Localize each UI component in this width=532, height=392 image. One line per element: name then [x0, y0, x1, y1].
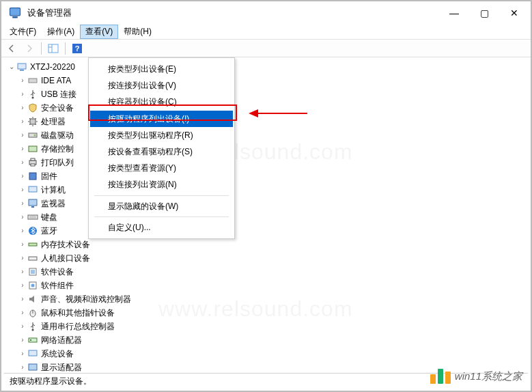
tree-item[interactable]: ›存储控制 [7, 142, 531, 156]
tree-item[interactable]: ›IDE ATA [7, 74, 531, 87]
close-button[interactable]: ✕ [499, 3, 529, 23]
tree-item[interactable]: ›USB 连接 [7, 87, 531, 101]
expand-icon[interactable]: › [18, 292, 27, 306]
tree-item[interactable]: ›鼠标和其他指针设备 [7, 306, 531, 320]
tree-item[interactable]: ›通用串行总线控制器 [7, 320, 531, 333]
svg-rect-18 [29, 173, 36, 180]
status-bar: 按驱动程序显示设备。 [4, 373, 528, 388]
expand-icon[interactable]: › [18, 101, 27, 115]
expand-icon[interactable]: › [18, 265, 27, 279]
annotation-arrow [247, 107, 309, 120]
show-hide-tree-button[interactable] [46, 42, 61, 55]
tree-item-label: 键盘 [41, 210, 57, 224]
menu-view[interactable]: 查看(V) [80, 25, 118, 39]
expand-icon[interactable]: › [18, 197, 27, 210]
tree-item[interactable]: ›软件设备 [7, 265, 531, 279]
expand-icon[interactable]: › [18, 115, 27, 128]
dd-devices-by-container[interactable]: 按容器列出设备(C) [90, 94, 233, 110]
cpu-icon [27, 116, 38, 127]
expand-icon[interactable]: › [18, 128, 27, 142]
tree-item-label: 网络适配器 [41, 333, 82, 347]
usb-icon [27, 89, 38, 100]
tree-item-label: 软件组件 [41, 279, 74, 292]
expand-icon[interactable]: › [18, 347, 27, 361]
content-area: www.relsound.com www.relsound.com ⌄ XTZJ… [1, 57, 531, 376]
computer-icon [16, 61, 27, 72]
device-tree[interactable]: ⌄ XTZJ-20220 ›IDE ATA ›USB 连接 ›安全设备 ›处理器… [1, 57, 531, 376]
tree-item[interactable]: ›磁盘驱动 [7, 128, 531, 142]
collapse-icon[interactable]: ⌄ [7, 60, 16, 74]
expand-icon[interactable]: › [18, 238, 27, 251]
menu-help[interactable]: 帮助(H) [118, 25, 157, 39]
svg-marker-40 [249, 109, 258, 117]
svg-rect-37 [29, 350, 37, 356]
expand-icon[interactable]: › [18, 183, 27, 197]
expand-icon[interactable]: › [18, 361, 27, 374]
tree-root[interactable]: ⌄ XTZJ-20220 [7, 60, 531, 74]
tree-item[interactable]: ›固件 [7, 169, 531, 183]
dd-drivers-by-device[interactable]: 按设备查看驱动程序(S) [90, 143, 233, 160]
expand-icon[interactable]: › [18, 333, 27, 347]
tree-item[interactable]: ›打印队列 [7, 156, 531, 169]
help-button[interactable]: ? [70, 42, 85, 55]
tree-item[interactable]: ›计算机 [7, 183, 531, 197]
tree-item[interactable]: ›声音、视频和游戏控制器 [7, 292, 531, 306]
network-icon [27, 335, 38, 346]
expand-icon[interactable]: › [18, 251, 27, 265]
tree-item[interactable]: ›显示适配器 [7, 361, 531, 374]
svg-rect-27 [29, 257, 37, 260]
memory-icon [27, 239, 38, 250]
dd-devices-by-connection[interactable]: 按连接列出设备(V) [90, 77, 233, 94]
tree-item[interactable]: ›键盘 [7, 210, 531, 224]
tree-item[interactable]: ›蓝牙 [7, 224, 531, 238]
menu-action[interactable]: 操作(A) [42, 25, 80, 39]
expand-icon[interactable]: › [18, 87, 27, 101]
svg-rect-1 [12, 16, 18, 18]
expand-icon[interactable]: › [18, 142, 27, 156]
expand-icon[interactable]: › [18, 320, 27, 333]
toolbar-separator [41, 42, 42, 55]
menu-bar: 文件(F) 操作(A) 查看(V) 帮助(H) [1, 25, 531, 40]
svg-rect-19 [29, 186, 37, 192]
tree-item[interactable]: ›监视器 [7, 197, 531, 210]
expand-icon[interactable]: › [18, 156, 27, 169]
tree-item[interactable]: ›人机接口设备 [7, 251, 531, 265]
expand-icon[interactable]: › [18, 210, 27, 224]
expand-icon[interactable]: › [18, 74, 27, 87]
dd-resources-by-type[interactable]: 按类型查看资源(Y) [90, 160, 233, 176]
firmware-icon [27, 171, 38, 182]
tree-item-label: 软件设备 [41, 265, 74, 279]
svg-rect-22 [28, 215, 38, 219]
tree-item-label: 系统设备 [41, 347, 74, 361]
tree-item-label: 显示适配器 [41, 361, 82, 374]
storage-controller-icon [27, 143, 38, 154]
tree-item[interactable]: ›内存技术设备 [7, 238, 531, 251]
tree-item[interactable]: ›系统设备 [7, 347, 531, 361]
expand-icon[interactable]: › [18, 169, 27, 183]
minimize-button[interactable]: — [439, 3, 469, 23]
forward-button[interactable] [22, 42, 37, 55]
expand-icon[interactable]: › [18, 306, 27, 320]
view-dropdown: 按类型列出设备(E) 按连接列出设备(V) 按容器列出设备(C) 按驱动程序列出… [88, 57, 235, 239]
tree-item[interactable]: ›网络适配器 [7, 333, 531, 347]
dd-devices-by-driver[interactable]: 按驱动程序列出设备(I) [90, 111, 233, 127]
dd-resources-by-connection[interactable]: 按连接列出资源(N) [90, 176, 233, 193]
expand-icon[interactable]: › [18, 224, 27, 238]
dd-devices-by-type[interactable]: 按类型列出设备(E) [90, 61, 233, 77]
tree-item[interactable]: ›软件组件 [7, 279, 531, 292]
menu-file[interactable]: 文件(F) [4, 25, 42, 39]
expand-icon[interactable]: › [18, 279, 27, 292]
tree-item-label: 鼠标和其他指针设备 [41, 306, 115, 320]
tree-item-label: IDE ATA [41, 74, 71, 87]
back-button[interactable] [4, 42, 19, 55]
dd-customize[interactable]: 自定义(U)... [90, 219, 233, 236]
svg-point-31 [31, 284, 35, 288]
disk-icon [27, 130, 38, 141]
dd-show-hidden[interactable]: 显示隐藏的设备(W) [90, 198, 233, 214]
tree-root-label: XTZJ-20220 [30, 60, 75, 74]
dd-drivers-by-type[interactable]: 按类型列出驱动程序(R) [90, 127, 233, 143]
toolbar: ? [1, 40, 531, 57]
tree-item-label: 内存技术设备 [41, 238, 90, 251]
maximize-button[interactable]: ▢ [469, 3, 499, 23]
svg-point-34 [32, 329, 34, 331]
